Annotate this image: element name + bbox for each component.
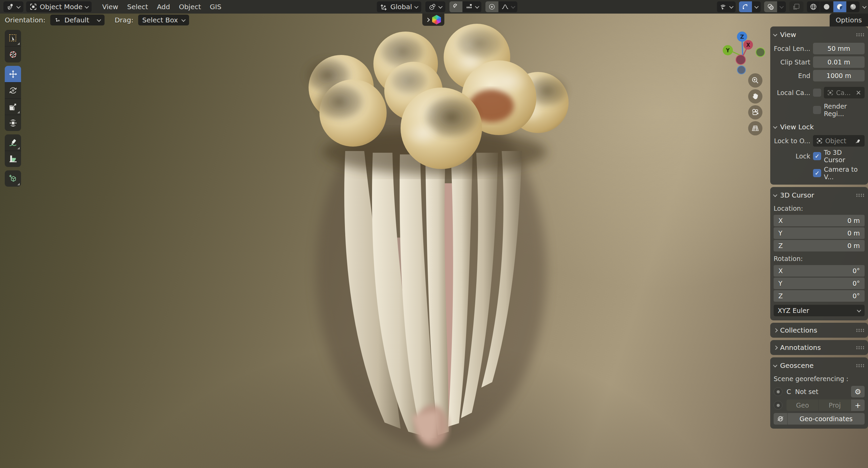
panel-view-title[interactable]: View — [780, 31, 796, 39]
gizmos-dropdown[interactable] — [752, 1, 761, 12]
tool-transform[interactable] — [5, 115, 21, 131]
pan-button[interactable] — [748, 89, 762, 104]
clear-object-button[interactable]: ✕ — [856, 89, 861, 96]
navigation-gizmo[interactable]: Z X Y — [719, 29, 770, 79]
camera-to-view-checkbox[interactable]: ✓ — [813, 169, 821, 177]
pivot-point-dropdown[interactable] — [425, 1, 445, 12]
tool-scale[interactable] — [5, 98, 21, 115]
gizmo-axis-z-neg[interactable] — [737, 66, 745, 74]
render-region-checkbox[interactable] — [813, 106, 821, 114]
cursor-location-z[interactable]: Z 0 m — [774, 240, 865, 251]
tool-measure[interactable] — [5, 151, 21, 167]
eyedropper-icon[interactable] — [855, 138, 861, 144]
local-camera-object-field[interactable]: Ca... ✕ — [824, 87, 865, 98]
snap-settings-dropdown[interactable] — [463, 1, 481, 12]
proportional-falloff-dropdown[interactable] — [499, 1, 517, 12]
menu-view[interactable]: View — [98, 3, 123, 11]
shading-rendered-button[interactable] — [847, 1, 860, 12]
collapsed-popover-toggle[interactable] — [422, 14, 444, 26]
shading-material-button[interactable] — [833, 1, 846, 12]
cursor-location-x[interactable]: X 0 m — [774, 215, 865, 226]
proj-button[interactable]: Proj — [819, 399, 851, 411]
local-camera-checkbox[interactable] — [813, 89, 821, 97]
panel-drag-grip[interactable] — [856, 329, 865, 332]
object-visibility-dropdown[interactable] — [717, 1, 736, 12]
object-mode-icon — [30, 3, 37, 11]
menu-add[interactable]: Add — [152, 3, 174, 11]
tool-annotate[interactable] — [5, 134, 21, 151]
chevron-down-icon[interactable] — [773, 124, 777, 129]
crs-settings-button[interactable]: ⚙ — [851, 386, 865, 397]
transform-orientation-label: Global — [390, 3, 412, 11]
clip-end-field[interactable]: 1000 m — [813, 70, 865, 81]
geo-button[interactable]: Geo — [787, 399, 818, 411]
chevron-down-icon[interactable] — [773, 363, 777, 367]
xray-toggle[interactable] — [789, 1, 804, 12]
add-crs-button[interactable]: + — [851, 399, 865, 411]
geo-coordinates-button[interactable]: Geo-coordinates — [788, 413, 865, 425]
panel-drag-grip[interactable] — [856, 346, 865, 350]
crs-radio[interactable] — [774, 387, 782, 396]
menu-gis[interactable]: GIS — [205, 3, 226, 11]
cursor-rotation-y[interactable]: Y 0° — [774, 278, 865, 289]
panel-geoscene-title[interactable]: Geoscene — [780, 361, 814, 370]
mode-dropdown-label: Object Mode — [40, 3, 82, 11]
tool-rotate[interactable] — [5, 82, 21, 98]
gizmos-toggle[interactable] — [739, 1, 752, 12]
tool-add-cube[interactable] — [5, 170, 21, 187]
select-box-icon — [8, 34, 18, 43]
transform-orientation-dropdown[interactable]: Global — [377, 1, 421, 12]
gizmo-axis-y-neg[interactable] — [756, 48, 765, 57]
rotation-mode-dropdown[interactable]: XYZ Euler — [774, 305, 865, 316]
clip-start-field[interactable]: 0.01 m — [813, 56, 865, 68]
lock-to-object-field[interactable]: Object — [813, 135, 865, 147]
chevron-down-icon[interactable] — [773, 192, 777, 197]
shading-dropdown-chevron-icon[interactable] — [862, 4, 867, 8]
geo-coordinates-icon-button[interactable] — [774, 413, 787, 425]
orientation-default-icon — [54, 17, 61, 23]
options-button[interactable]: Options — [830, 14, 868, 26]
snap-toggle[interactable] — [449, 1, 462, 12]
axis-value: 0° — [852, 267, 860, 275]
overlays-dropdown[interactable] — [777, 1, 786, 12]
proportional-editing-toggle[interactable] — [485, 1, 498, 12]
camera-view-button[interactable] — [748, 105, 762, 119]
to-3d-cursor-checkbox[interactable]: ✓ — [813, 152, 821, 160]
panel-3d-cursor-title[interactable]: 3D Cursor — [780, 191, 814, 199]
overlays-icon — [767, 3, 774, 11]
perspective-toggle-button[interactable] — [748, 121, 762, 135]
panel-annotations[interactable]: Annotations — [770, 340, 868, 355]
panel-drag-grip[interactable] — [856, 33, 865, 37]
panel-drag-grip[interactable] — [856, 364, 865, 368]
subtool-indicator — [17, 111, 20, 113]
editor-type-button[interactable] — [3, 1, 23, 12]
cursor-rotation-x[interactable]: X 0° — [774, 265, 865, 277]
gizmo-axis-x-neg[interactable] — [736, 55, 745, 64]
overlays-toggle[interactable] — [764, 1, 777, 12]
viewport-3d[interactable] — [0, 14, 868, 468]
shading-solid-button[interactable] — [820, 1, 833, 12]
focal-length-field[interactable]: 50 mm — [813, 43, 865, 54]
proj-radio[interactable] — [774, 401, 782, 410]
cursor-location-y[interactable]: Y 0 m — [774, 227, 865, 239]
to-3d-cursor-label: To 3D Cursor — [824, 149, 865, 164]
rotate-icon — [8, 86, 18, 95]
drag-dropdown[interactable]: Select Box — [138, 15, 189, 25]
tool-move[interactable] — [5, 66, 21, 82]
tool-cursor[interactable] — [5, 46, 21, 62]
visibility-eye-cursor-icon — [720, 3, 727, 11]
chevron-down-icon[interactable] — [773, 32, 777, 36]
shading-wireframe-button[interactable] — [807, 1, 820, 12]
zoom-button[interactable] — [748, 73, 762, 88]
tool-select-box[interactable] — [5, 30, 21, 46]
chevron-down-icon — [779, 4, 784, 8]
mode-dropdown[interactable]: Object Mode — [26, 1, 92, 12]
menu-select[interactable]: Select — [123, 3, 152, 11]
panel-collections[interactable]: Collections — [770, 323, 868, 338]
panel-drag-grip[interactable] — [856, 193, 865, 197]
menu-object[interactable]: Object — [174, 3, 205, 11]
cursor-rotation-z[interactable]: Z 0° — [774, 290, 865, 302]
camera-icon — [751, 108, 760, 117]
orientation-dropdown[interactable]: Default — [50, 15, 105, 25]
view-lock-title[interactable]: View Lock — [780, 123, 814, 131]
